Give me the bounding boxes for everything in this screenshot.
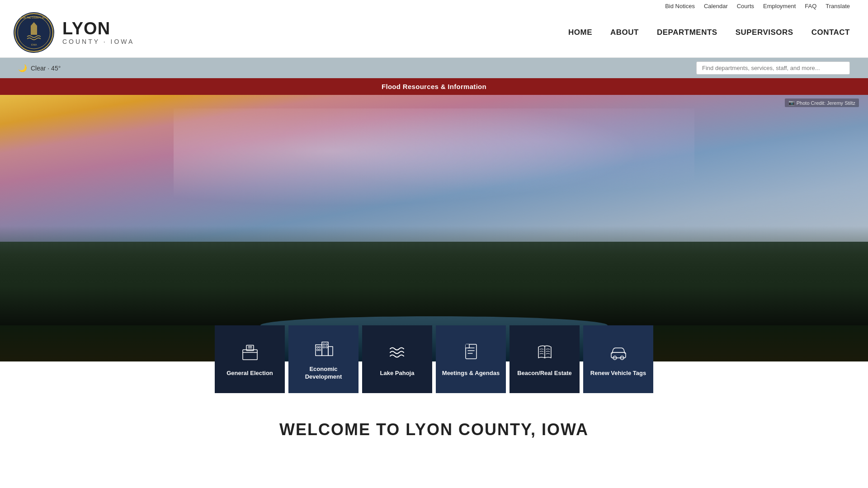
camera-icon: 📷 [788, 100, 795, 106]
quick-link-meetings-agendas[interactable]: Meetings & Agendas [436, 325, 506, 393]
county-seal[interactable]: SEAL OF THE COUNTY OF LYON IOWA [14, 12, 54, 53]
logo-text: LYON COUNTY · IOWA [62, 19, 134, 45]
nav-contact[interactable]: CONTACT [811, 28, 850, 37]
nav-supervisors[interactable]: SUPERVISORS [736, 28, 793, 37]
welcome-section: WELCOME TO LYON COUNTY, IOWA [0, 393, 868, 457]
economic-development-label: Economic Development [293, 366, 354, 381]
svg-rect-20 [466, 344, 469, 348]
quick-link-renew-vehicle-tags[interactable]: Renew Vehicle Tags [583, 325, 653, 393]
lake-icon [387, 342, 407, 364]
meetings-agendas-label: Meetings & Agendas [442, 370, 500, 377]
economic-icon [314, 338, 334, 360]
alert-text: Flood Resources & Information [382, 83, 486, 90]
utility-link-employment[interactable]: Employment [763, 3, 796, 9]
beacon-real-estate-label: Beacon/Real Estate [517, 370, 572, 377]
photo-credit: 📷 Photo Credit: Jeremy Stiltz [785, 99, 859, 107]
hero-image: 📷 Photo Credit: Jeremy Stiltz [0, 95, 868, 361]
svg-rect-13 [317, 349, 318, 351]
weather-icon: 🌙 [18, 64, 27, 72]
lake-pahoja-label: Lake Pahoja [380, 370, 415, 377]
svg-rect-8 [316, 345, 322, 356]
svg-rect-14 [319, 349, 321, 351]
svg-rect-12 [319, 347, 321, 348]
logo-area: SEAL OF THE COUNTY OF LYON IOWA LYON COU… [14, 12, 134, 53]
utility-link-translate[interactable]: Translate [826, 3, 850, 9]
weather-text: Clear · 45° [31, 65, 61, 72]
svg-text:IOWA: IOWA [31, 43, 37, 46]
tree-silhouette [0, 226, 868, 325]
svg-rect-17 [323, 347, 325, 348]
main-navigation: HOME ABOUT DEPARTMENTS SUPERVISORS CONTA… [568, 28, 850, 37]
svg-rect-18 [326, 347, 327, 348]
vehicle-icon [609, 342, 628, 364]
nav-departments[interactable]: DEPARTMENTS [657, 28, 717, 37]
election-icon [240, 342, 260, 364]
beacon-icon [535, 342, 555, 364]
renew-vehicle-tags-label: Renew Vehicle Tags [590, 370, 646, 377]
weather-search-bar: 🌙 Clear · 45° [0, 58, 868, 78]
quick-links-grid: General Election Economic Development [0, 325, 868, 393]
welcome-title: WELCOME TO LYON COUNTY, IOWA [18, 420, 850, 439]
search-input[interactable] [696, 61, 850, 75]
utility-bar: Bid Notices Calendar Courts Employment F… [0, 0, 868, 12]
utility-link-bid-notices[interactable]: Bid Notices [665, 3, 695, 9]
utility-link-calendar[interactable]: Calendar [704, 3, 728, 9]
svg-text:SEAL OF THE COUNTY OF LYON: SEAL OF THE COUNTY OF LYON [16, 16, 52, 19]
site-header: SEAL OF THE COUNTY OF LYON IOWA LYON COU… [0, 12, 868, 58]
svg-rect-6 [243, 350, 257, 360]
logo-subtitle: COUNTY · IOWA [62, 38, 134, 45]
quick-link-lake-pahoja[interactable]: Lake Pahoja [362, 325, 432, 393]
svg-rect-16 [326, 344, 327, 345]
utility-link-courts[interactable]: Courts [737, 3, 754, 9]
svg-rect-15 [323, 344, 325, 345]
meetings-icon [461, 342, 481, 364]
quick-link-general-election[interactable]: General Election [215, 325, 285, 393]
nav-about[interactable]: ABOUT [610, 28, 639, 37]
photo-credit-text: Photo Credit: Jeremy Stiltz [797, 100, 855, 106]
svg-rect-10 [328, 347, 333, 356]
alert-banner[interactable]: Flood Resources & Information [0, 78, 868, 95]
general-election-label: General Election [226, 370, 273, 377]
weather-widget: 🌙 Clear · 45° [18, 64, 61, 72]
quick-link-beacon-real-estate[interactable]: Beacon/Real Estate [509, 325, 580, 393]
utility-link-faq[interactable]: FAQ [805, 3, 816, 9]
quick-link-economic-development[interactable]: Economic Development [288, 325, 359, 393]
svg-rect-11 [317, 347, 318, 348]
svg-rect-3 [31, 26, 37, 35]
logo-name: LYON [62, 19, 134, 38]
nav-home[interactable]: HOME [568, 28, 592, 37]
